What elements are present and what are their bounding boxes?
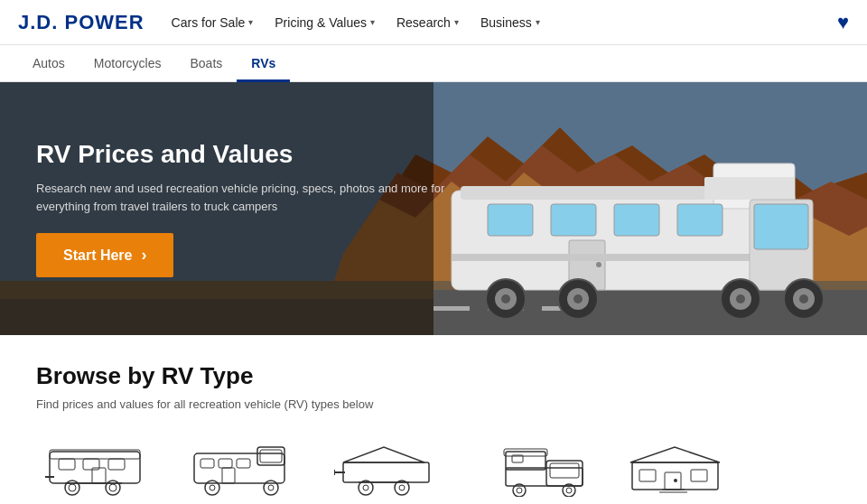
camping-trailer-svg xyxy=(334,443,443,497)
rv-type-motorhome[interactable]: Motorhomes xyxy=(181,438,307,504)
motorhome-icon xyxy=(185,438,303,501)
svg-rect-83 xyxy=(665,472,681,490)
hero-subtitle: Research new and used recreation vehicle… xyxy=(36,180,470,215)
rv-type-travel-trailer[interactable]: Travel Trailers/5th Wheels xyxy=(36,438,163,504)
chevron-down-icon: ▾ xyxy=(454,17,459,27)
svg-rect-19 xyxy=(677,204,722,236)
camping-trailer-icon xyxy=(330,438,447,501)
nav-label: Cars for Sale xyxy=(172,15,246,30)
sub-nav: Autos Motorcycles Boats RVs xyxy=(0,45,867,82)
rv-type-camping-trailer[interactable]: Camping Trailers xyxy=(325,438,452,504)
browse-section: Browse by RV Type Find prices and values… xyxy=(0,335,867,504)
nav-cars-for-sale[interactable]: Cars for Sale ▾ xyxy=(172,15,254,30)
chevron-down-icon: ▾ xyxy=(248,17,253,27)
svg-rect-41 xyxy=(108,459,125,470)
rv-type-truck-camper[interactable]: Truck Campers xyxy=(470,438,596,504)
svg-point-27 xyxy=(501,294,510,303)
svg-point-76 xyxy=(517,488,522,493)
svg-point-78 xyxy=(566,488,572,493)
nav-business[interactable]: Business ▾ xyxy=(480,15,540,30)
svg-marker-80 xyxy=(630,447,720,462)
browse-title: Browse by RV Type xyxy=(36,362,831,390)
svg-marker-61 xyxy=(343,447,424,462)
svg-rect-60 xyxy=(343,462,429,482)
subnav-rvs[interactable]: RVs xyxy=(237,45,290,81)
svg-rect-79 xyxy=(632,462,718,490)
svg-rect-24 xyxy=(754,204,808,249)
header: J.D. POWER Cars for Sale ▾ Pricing & Val… xyxy=(0,0,867,45)
header-right: ♥ xyxy=(837,11,849,34)
svg-rect-42 xyxy=(92,468,106,483)
chevron-down-icon: ▾ xyxy=(536,17,540,27)
motorhome-svg xyxy=(190,443,298,497)
start-here-button[interactable]: Start Here › xyxy=(36,233,173,277)
rv-type-grid: Travel Trailers/5th Wheels xyxy=(36,438,831,504)
svg-point-67 xyxy=(399,485,405,490)
chevron-down-icon: ▾ xyxy=(370,17,375,27)
rv-svg xyxy=(434,82,867,335)
hero-section: RV Prices and Values Research new and us… xyxy=(0,82,867,335)
svg-point-36 xyxy=(799,294,808,303)
truck-camper-svg xyxy=(479,443,587,497)
arrow-icon: › xyxy=(141,246,146,265)
svg-rect-15 xyxy=(704,177,795,200)
svg-rect-39 xyxy=(59,459,75,470)
favorites-icon[interactable]: ♥ xyxy=(837,11,849,33)
nav-research[interactable]: Research ▾ xyxy=(396,15,459,30)
svg-point-84 xyxy=(674,479,677,482)
svg-rect-81 xyxy=(639,470,656,481)
subnav-autos[interactable]: Autos xyxy=(18,45,79,81)
svg-point-65 xyxy=(363,485,368,490)
nav-label: Business xyxy=(480,15,532,30)
svg-rect-69 xyxy=(506,468,583,486)
travel-trailer-svg xyxy=(45,443,154,497)
svg-rect-16 xyxy=(488,204,533,236)
svg-point-30 xyxy=(573,294,583,303)
hero-rv-image xyxy=(434,82,867,335)
svg-rect-9 xyxy=(434,306,470,311)
svg-point-33 xyxy=(736,294,745,303)
svg-rect-22 xyxy=(452,254,795,261)
hero-title: RV Prices and Values xyxy=(36,140,470,169)
svg-rect-51 xyxy=(260,450,282,462)
svg-rect-17 xyxy=(551,204,596,236)
rv-type-park-model[interactable]: Park Models xyxy=(614,438,741,504)
park-model-icon xyxy=(619,438,736,501)
travel-trailer-icon xyxy=(41,438,158,501)
subnav-boats[interactable]: Boats xyxy=(176,45,238,81)
svg-point-45 xyxy=(69,484,76,491)
svg-rect-55 xyxy=(222,468,235,483)
svg-point-59 xyxy=(268,485,274,490)
svg-rect-54 xyxy=(237,459,250,468)
svg-point-21 xyxy=(596,262,601,267)
nav-label: Pricing & Values xyxy=(275,15,367,30)
nav-pricing-values[interactable]: Pricing & Values ▾ xyxy=(275,15,375,30)
park-model-svg xyxy=(623,443,732,497)
svg-rect-71 xyxy=(550,463,579,478)
subnav-motorcycles[interactable]: Motorcycles xyxy=(79,45,176,81)
svg-rect-82 xyxy=(691,470,707,481)
svg-rect-18 xyxy=(614,204,659,236)
svg-rect-52 xyxy=(200,459,214,468)
logo[interactable]: J.D. POWER xyxy=(18,11,144,34)
truck-camper-icon xyxy=(474,438,592,501)
svg-rect-53 xyxy=(219,459,232,468)
start-here-label: Start Here xyxy=(63,247,132,264)
hero-content: RV Prices and Values Research new and us… xyxy=(36,140,470,277)
browse-subtitle: Find prices and values for all recreatio… xyxy=(36,397,831,411)
svg-rect-73 xyxy=(504,449,547,456)
svg-point-47 xyxy=(109,484,117,491)
svg-point-57 xyxy=(210,485,215,490)
main-nav: Cars for Sale ▾ Pricing & Values ▾ Resea… xyxy=(172,15,837,30)
svg-rect-70 xyxy=(546,461,583,486)
nav-label: Research xyxy=(396,15,451,30)
